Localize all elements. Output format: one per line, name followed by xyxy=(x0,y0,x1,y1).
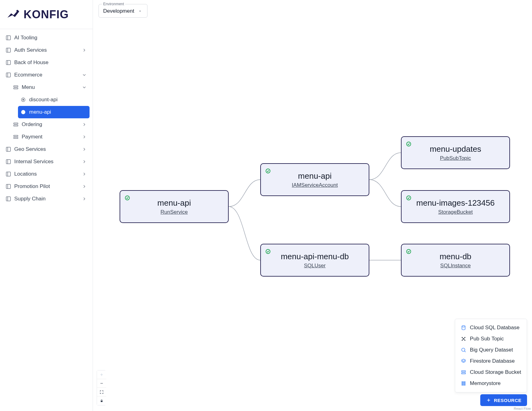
node-type-link[interactable]: SQLUser xyxy=(304,263,326,269)
resource-menu: Cloud SQL Database Pub Sub Topic Big Que… xyxy=(455,319,527,392)
node-title: menu-updates xyxy=(430,144,481,154)
lock-icon xyxy=(99,398,104,404)
lock-button[interactable] xyxy=(97,396,106,405)
database-icon xyxy=(461,325,466,330)
resource-option-storage[interactable]: Cloud Storage Bucket xyxy=(459,367,522,378)
svg-rect-53 xyxy=(462,384,465,385)
chevron-right-icon xyxy=(81,122,87,127)
node-type-link[interactable]: IAMServiceAccount xyxy=(292,182,338,188)
stack-icon xyxy=(461,381,466,386)
sidebar-item-geo-services[interactable]: Geo Services xyxy=(3,143,90,155)
sidebar-item-label: Payment xyxy=(22,134,42,140)
node-type-link[interactable]: RunService xyxy=(160,209,188,215)
node-storage-bucket[interactable]: menu-images-123456 StorageBucket xyxy=(401,190,510,223)
svg-rect-9 xyxy=(14,86,18,87)
sidebar-item-ecommerce[interactable]: Ecommerce xyxy=(3,69,90,81)
sidebar-item-supply-chain[interactable]: Supply Chain xyxy=(3,193,90,205)
logo[interactable]: KONFIG xyxy=(6,7,69,22)
check-circle-icon xyxy=(265,168,271,174)
chevron-right-icon xyxy=(81,47,87,53)
svg-rect-16 xyxy=(14,125,18,126)
zoom-out-button[interactable]: − xyxy=(97,379,106,388)
resource-option-firestore[interactable]: Firestore Database xyxy=(459,356,522,367)
svg-point-14 xyxy=(23,111,24,113)
chevron-down-icon xyxy=(81,85,87,90)
svg-rect-50 xyxy=(462,373,465,374)
sidebar-item-label: Promotion Pilot xyxy=(14,183,50,190)
node-title: menu-api xyxy=(298,171,332,181)
add-resource-button[interactable]: RESOURCE xyxy=(480,394,527,406)
node-type-link[interactable]: StorageBucket xyxy=(438,209,473,215)
chevron-right-icon xyxy=(81,171,87,177)
sidebar-item-label: Auth Services xyxy=(14,47,47,53)
check-circle-icon xyxy=(406,249,411,254)
node-title: menu-api-menu-db xyxy=(281,252,349,261)
svg-rect-49 xyxy=(462,371,465,372)
sidebar-item-label: Menu xyxy=(22,84,35,90)
sidebar-item-label: Geo Services xyxy=(14,146,46,152)
chevron-right-icon xyxy=(81,196,87,202)
network-icon xyxy=(461,336,466,342)
sidebar-item-promotion-pilot[interactable]: Promotion Pilot xyxy=(3,180,90,193)
environment-legend: Environment xyxy=(102,2,125,6)
brand-text: KONFIG xyxy=(24,8,69,21)
node-sql-user[interactable]: menu-api-menu-db SQLUser xyxy=(260,244,369,277)
node-sql-instance[interactable]: menu-db SQLInstance xyxy=(401,244,510,277)
sidebar: KONFIG AI Tooling Auth Services Back of … xyxy=(0,0,93,411)
panel-icon xyxy=(6,35,11,41)
graph-canvas[interactable]: menu-api RunService menu-api IAMServiceA… xyxy=(93,22,532,411)
svg-rect-52 xyxy=(462,383,465,384)
sidebar-item-label: discount-api xyxy=(29,97,58,103)
panel-icon xyxy=(6,159,11,164)
svg-point-36 xyxy=(462,326,465,327)
sidebar-item-ordering[interactable]: Ordering xyxy=(11,118,90,131)
canvas-controls: + − xyxy=(97,370,106,405)
caret-down-icon xyxy=(137,8,143,14)
search-data-icon xyxy=(461,347,466,353)
sidebar-item-internal-services[interactable]: Internal Services xyxy=(3,155,90,168)
node-run-service[interactable]: menu-api RunService xyxy=(120,190,229,223)
chevron-right-icon xyxy=(81,134,87,140)
svg-rect-3 xyxy=(6,48,11,52)
svg-rect-5 xyxy=(6,60,11,65)
node-iam-service-account[interactable]: menu-api IAMServiceAccount xyxy=(260,163,369,196)
fit-view-button[interactable] xyxy=(97,388,106,396)
sidebar-item-ai-tooling[interactable]: AI Tooling xyxy=(3,32,90,44)
topbar: Environment Development xyxy=(93,0,532,22)
node-type-link[interactable]: SQLInstance xyxy=(440,263,471,269)
zoom-in-button[interactable]: + xyxy=(97,370,106,379)
sidebar-item-menu-api[interactable]: menu-api xyxy=(18,106,90,118)
check-circle-icon xyxy=(406,141,411,147)
expand-icon xyxy=(99,389,104,395)
sidebar-item-back-of-house[interactable]: Back of House xyxy=(3,56,90,69)
plus-icon xyxy=(486,397,491,403)
node-type-link[interactable]: PubSubTopic xyxy=(440,155,471,161)
service-icon xyxy=(20,109,26,115)
resource-option-bigquery[interactable]: Big Query Dataset xyxy=(459,344,522,356)
resource-option-label: Cloud Storage Bucket xyxy=(470,369,521,375)
svg-line-47 xyxy=(464,351,466,352)
sidebar-item-auth-services[interactable]: Auth Services xyxy=(3,44,90,56)
sidebar-item-payment[interactable]: Payment xyxy=(11,131,90,143)
sidebar-item-menu[interactable]: Menu xyxy=(11,81,90,94)
minus-icon: − xyxy=(100,381,103,386)
sidebar-item-locations[interactable]: Locations xyxy=(3,168,90,180)
svg-line-45 xyxy=(464,339,465,340)
svg-rect-21 xyxy=(6,160,11,164)
svg-point-12 xyxy=(23,99,24,100)
panel-icon xyxy=(6,146,11,152)
panel-icon xyxy=(6,196,11,202)
resource-option-cloud-sql[interactable]: Cloud SQL Database xyxy=(459,322,522,333)
sidebar-item-discount-api[interactable]: discount-api xyxy=(18,94,90,106)
svg-rect-10 xyxy=(14,88,18,89)
plus-icon: + xyxy=(100,372,103,378)
chevron-down-icon xyxy=(81,72,87,78)
nav: AI Tooling Auth Services Back of House E… xyxy=(0,29,93,208)
environment-select[interactable]: Environment Development xyxy=(99,4,147,18)
svg-line-43 xyxy=(464,338,465,339)
node-pubsub-topic[interactable]: menu-updates PubSubTopic xyxy=(401,136,510,169)
chevron-right-icon xyxy=(81,159,87,164)
resource-option-memorystore[interactable]: Memorystore xyxy=(459,378,522,389)
resource-option-pubsub[interactable]: Pub Sub Topic xyxy=(459,333,522,344)
sidebar-item-label: Back of House xyxy=(14,59,49,66)
